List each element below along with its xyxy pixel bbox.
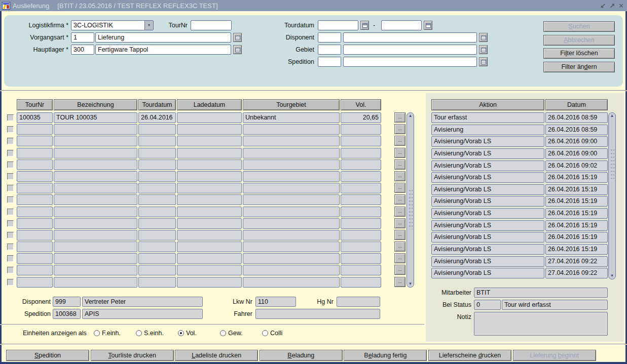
disponent-code-input[interactable] [318, 32, 341, 43]
notiz-textarea[interactable] [474, 312, 608, 336]
cell-tournr[interactable] [17, 159, 53, 170]
cell-vol[interactable] [341, 265, 381, 275]
tourdatum-bis-input[interactable] [381, 20, 422, 30]
scrollbar-thumb[interactable] [409, 189, 413, 229]
cell-tourgebiet[interactable] [243, 183, 340, 193]
row-select-checkbox[interactable] [7, 232, 14, 238]
cell-tourdatum[interactable] [138, 241, 176, 252]
cell-ladedatum[interactable] [177, 183, 242, 193]
cell-tourgebiet[interactable] [243, 194, 340, 205]
row-detail-button[interactable]: ... [394, 136, 405, 146]
cell-aktion[interactable]: Avisierung/Vorab LS [431, 268, 544, 278]
filter-action-button[interactable]: Filter löschen [543, 48, 615, 59]
row-select-checkbox[interactable] [7, 279, 14, 286]
row-select-checkbox[interactable] [7, 220, 14, 227]
cell-ladedatum[interactable] [177, 230, 242, 240]
cell-tourdatum[interactable] [138, 253, 176, 264]
cell-ladedatum[interactable] [177, 277, 242, 288]
row-detail-button[interactable]: ... [394, 112, 405, 123]
cell-aktion[interactable]: Avisierung/Vorab LS [431, 256, 544, 267]
radio-icon[interactable] [136, 330, 142, 336]
unit-radio-option[interactable]: S.einh. [136, 330, 178, 337]
footer-action-button[interactable]: Beladung fertig [344, 350, 427, 361]
footer-action-button[interactable]: Lieferscheine drucken [428, 350, 511, 361]
tourdatum-von-input[interactable] [318, 20, 358, 30]
cell-datum[interactable]: 26.04.2016 15:19 [545, 184, 608, 195]
cell-ladedatum[interactable] [177, 159, 242, 170]
cell-vol[interactable] [341, 277, 381, 288]
cell-tournr[interactable] [17, 148, 53, 158]
gebiet-lov-button[interactable] [479, 45, 488, 54]
cell-tourdatum[interactable] [138, 136, 176, 146]
row-detail-button[interactable]: ... [394, 148, 405, 158]
vorgangsart-code-input[interactable]: 1 [71, 32, 94, 43]
restore-icon[interactable]: ↗ [609, 2, 615, 10]
cell-ladedatum[interactable] [177, 171, 242, 182]
cell-tournr[interactable] [17, 253, 53, 264]
cell-ladedatum[interactable] [177, 253, 242, 264]
cell-tournr[interactable] [17, 218, 53, 229]
cell-datum[interactable]: 26.04.2016 09:00 [545, 148, 608, 159]
cell-aktion[interactable]: Avisierung/Vorab LS [431, 148, 544, 159]
cell-aktion[interactable]: Avisierung/Vorab LS [431, 136, 544, 147]
unit-radio-option[interactable]: Colli [262, 330, 304, 337]
close-icon[interactable]: ✕ [618, 2, 624, 10]
row-detail-button[interactable]: ... [394, 207, 405, 217]
hauptlager-lov-button[interactable] [233, 45, 242, 54]
tour-table-scrollbar[interactable]: ▲ ▼ [407, 112, 414, 288]
cell-bezeichnung[interactable] [54, 136, 137, 146]
cell-vol[interactable] [341, 241, 381, 252]
radio-icon[interactable] [94, 330, 100, 336]
cell-bezeichnung[interactable] [54, 241, 137, 252]
cell-vol[interactable] [341, 159, 381, 170]
cell-aktion[interactable]: Avisierung [431, 125, 544, 135]
cell-tourgebiet[interactable] [243, 148, 340, 158]
cell-vol[interactable] [341, 207, 381, 217]
cell-bezeichnung[interactable] [54, 183, 137, 193]
row-select-checkbox[interactable] [7, 196, 14, 203]
row-select-checkbox[interactable] [7, 173, 14, 180]
cell-tourgebiet[interactable] [243, 124, 340, 135]
radio-icon[interactable] [262, 330, 268, 336]
vorgangsart-text-input[interactable]: Lieferung [95, 32, 231, 43]
scroll-down-icon[interactable]: ▼ [409, 281, 413, 287]
cell-bezeichnung[interactable] [54, 230, 137, 240]
cell-aktion[interactable]: Avisierung/Vorab LS [431, 208, 544, 219]
row-select-checkbox[interactable] [7, 267, 14, 273]
action-table-scrollbar[interactable]: ▲ ▼ [608, 112, 616, 279]
cell-tourgebiet[interactable] [243, 136, 340, 146]
cell-datum[interactable]: 26.04.2016 09:00 [545, 136, 608, 147]
cell-tournr[interactable] [17, 265, 53, 275]
cell-ladedatum[interactable] [177, 136, 242, 146]
radio-icon[interactable] [220, 330, 226, 336]
cell-tourgebiet[interactable] [243, 241, 340, 252]
tourdatum-bis-calendar-button[interactable] [424, 21, 432, 30]
cell-aktion[interactable]: Avisierung/Vorab LS [431, 196, 544, 207]
cell-tournr[interactable] [17, 124, 53, 135]
cell-bezeichnung[interactable] [54, 277, 137, 288]
scroll-up-icon[interactable]: ▲ [610, 113, 614, 119]
cell-tournr[interactable] [17, 136, 53, 146]
cell-datum[interactable]: 26.04.2016 09:02 [545, 160, 608, 171]
cell-bezeichnung[interactable]: TOUR 100035 [54, 112, 137, 123]
hauptlager-text-input[interactable]: Fertigware Tappol [95, 45, 231, 55]
cell-tournr[interactable] [17, 230, 53, 240]
cell-ladedatum[interactable] [177, 148, 242, 158]
footer-action-button[interactable]: Ladeliste drucken [175, 350, 258, 361]
cell-tournr[interactable]: 100035 [17, 112, 53, 123]
cell-ladedatum[interactable] [177, 265, 242, 275]
cell-datum[interactable]: 26.04.2016 15:19 [545, 232, 608, 242]
cell-tourdatum[interactable] [138, 194, 176, 205]
row-detail-button[interactable]: ... [394, 124, 405, 134]
row-detail-button[interactable]: ... [394, 253, 405, 263]
cell-tourdatum[interactable] [138, 148, 176, 158]
cell-tourdatum[interactable] [138, 218, 176, 229]
cell-vol[interactable] [341, 183, 381, 193]
unit-radio-option[interactable]: Vol. [178, 330, 220, 337]
row-select-checkbox[interactable] [7, 114, 14, 121]
cell-vol[interactable] [341, 194, 381, 205]
cell-tournr[interactable] [17, 183, 53, 193]
cell-tournr[interactable] [17, 207, 53, 217]
footer-action-button[interactable]: Beladung [260, 350, 343, 361]
cell-ladedatum[interactable] [177, 218, 242, 229]
